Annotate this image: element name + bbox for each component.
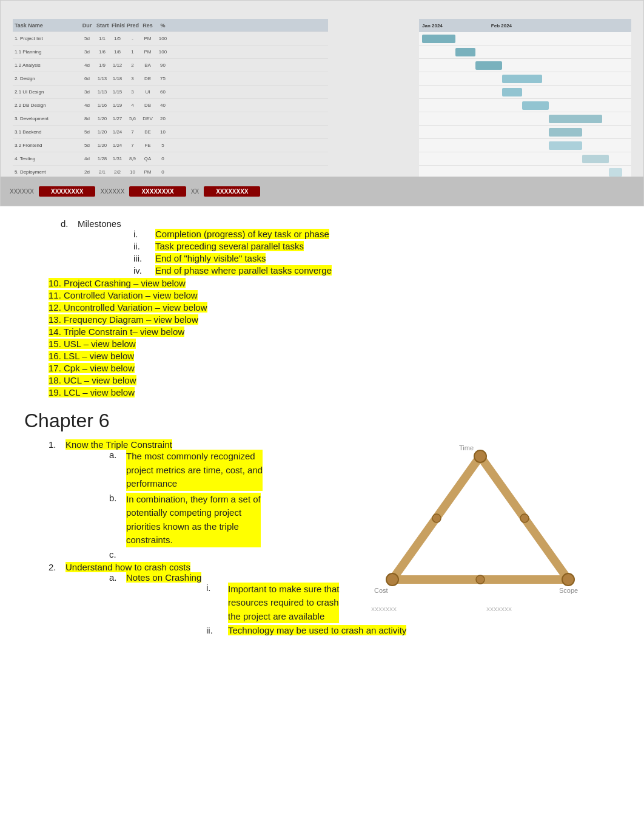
ch-item-1-num: 1. xyxy=(49,439,61,450)
ch-item-1-text: Know the Triple Constraint xyxy=(65,439,172,450)
ch-item-2-text: Understand how to crash costs xyxy=(65,562,190,572)
svg-text:XXXXXXX: XXXXXXX xyxy=(371,606,397,612)
outline-subitem-i: i. Completion (progress) of key task or … xyxy=(133,229,620,239)
ch-item-2a-i-num: i. xyxy=(206,583,223,624)
numbered-item-11: 11. Controlled Variation – view below xyxy=(49,290,620,300)
ch-item-1c-letter: c. xyxy=(109,549,121,559)
ch-item-1a-text: The most commonly recognizedproject metr… xyxy=(126,450,263,491)
item-d-text: Milestones xyxy=(78,218,121,229)
subitem-iv-num: iv. xyxy=(133,265,150,276)
num11-text: 11. Controlled Variation – view below xyxy=(49,290,198,300)
ch-item-2a-i-text: Important to make sure thatresources req… xyxy=(228,583,339,624)
svg-text:Time: Time xyxy=(459,444,474,451)
ch-item-1c-text xyxy=(126,549,129,559)
numbered-item-17: 17. Cpk – view below xyxy=(49,363,620,373)
gantt-table: Task Name Dur Start Finish Pred Res % 1.… xyxy=(13,19,328,183)
numbered-item-15: 15. USL – view below xyxy=(49,339,620,349)
ch-item-2a-text: Notes on Crashing xyxy=(126,572,201,583)
chapter6-section: Chapter 6 1. Know the Triple Constraint … xyxy=(24,410,620,635)
outline-item-d: d. Milestones i. Completion (progress) o… xyxy=(61,218,620,276)
subitem-i-num: i. xyxy=(133,229,150,239)
numbered-item-10: 10. Project Crashing – view below xyxy=(49,278,620,288)
svg-point-7 xyxy=(520,514,529,522)
numbered-item-18: 18. UCL – view below xyxy=(49,375,620,385)
subitem-iii-text: End of "highly visible" tasks xyxy=(155,253,266,263)
svg-point-3 xyxy=(474,450,486,462)
chapter6-heading: Chapter 6 xyxy=(24,410,620,432)
num10-text: 10. Project Crashing – view below xyxy=(49,278,186,288)
num13-text: 13. Frequency Diagram – view below xyxy=(49,314,198,325)
num18-text: 18. UCL – view below xyxy=(49,375,136,385)
ch-item-2-num: 2. xyxy=(49,562,61,572)
num17-text: 17. Cpk – view below xyxy=(49,363,135,373)
svg-point-4 xyxy=(386,573,398,586)
numbered-item-14: 14. Triple Constrain t– view below xyxy=(49,326,620,337)
subitem-iv-text: End of phase where parallel tasks conver… xyxy=(155,265,332,276)
num19-text: 19. LCL – view below xyxy=(49,387,135,397)
svg-point-5 xyxy=(562,573,574,586)
subitem-ii-num: ii. xyxy=(133,241,150,251)
outline-subitem-ii: ii. Task preceding several parallel task… xyxy=(133,241,620,251)
numbered-item-16: 16. LSL – view below xyxy=(49,351,620,361)
svg-text:XXXXXXX: XXXXXXX xyxy=(486,606,512,612)
ch-item-2a-ii-num: ii. xyxy=(206,625,223,635)
num15-text: 15. USL – view below xyxy=(49,339,136,349)
num16-text: 16. LSL – view below xyxy=(49,351,134,361)
outline-subitem-iii: iii. End of "highly visible" tasks xyxy=(133,253,620,263)
subitem-ii-text: Task preceding several parallel tasks xyxy=(155,241,304,251)
numbered-item-19: 19. LCL – view below xyxy=(49,387,620,397)
outline-subitem-iv: iv. End of phase where parallel tasks co… xyxy=(133,265,620,276)
svg-point-6 xyxy=(432,514,441,522)
ch-item-2a-letter: a. xyxy=(109,572,121,583)
gantt-bars: Jan 2024 Feb 2024 xyxy=(419,19,631,183)
content-area: d. Milestones i. Completion (progress) o… xyxy=(0,212,644,656)
ch-item-1b-letter: b. xyxy=(109,493,121,547)
numbered-item-12: 12. Uncontrolled Variation – view below xyxy=(49,302,620,313)
triple-constraint-triangle: Time Cost Scope XXXXXXX XXXXXXX xyxy=(365,435,595,617)
subitem-i-text: Completion (progress) of key task or pha… xyxy=(155,229,329,239)
ch-item-2a-ii: ii. Technology may be used to crash an a… xyxy=(206,625,620,635)
svg-point-8 xyxy=(476,575,485,584)
gantt-screenshot: Task Name Dur Start Finish Pred Res % 1.… xyxy=(0,0,644,206)
ch-item-1b-text: In combination, they form a set ofpotent… xyxy=(126,493,261,547)
svg-text:Scope: Scope xyxy=(559,587,578,594)
num12-text: 12. Uncontrolled Variation – view below xyxy=(49,302,207,313)
num14-text: 14. Triple Constrain t– view below xyxy=(49,326,184,337)
numbered-item-13: 13. Frequency Diagram – view below xyxy=(49,314,620,325)
subitem-iii-num: iii. xyxy=(133,253,150,263)
svg-text:Cost: Cost xyxy=(374,587,388,594)
ch-item-2a-ii-text: Technology may be used to crash an activ… xyxy=(228,625,406,635)
ch-item-1a-letter: a. xyxy=(109,450,121,491)
item-d-letter: d. xyxy=(61,218,73,229)
